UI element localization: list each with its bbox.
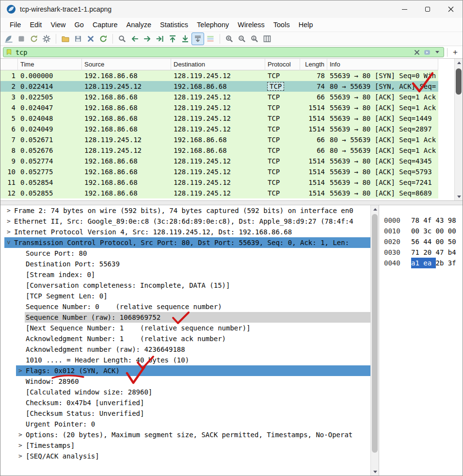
zoom-in-icon[interactable] (223, 33, 236, 45)
details-scrollbar[interactable] (370, 205, 379, 476)
packet-row-8[interactable]: 80.052676128.119.245.12192.168.86.68TCP6… (0, 145, 438, 156)
detail-row-3[interactable]: >Internet Protocol Version 4, Src: 128.1… (0, 227, 370, 237)
detail-row-1[interactable]: >Frame 2: 74 bytes on wire (592 bits), 7… (0, 205, 370, 216)
restart-capture-icon[interactable] (28, 33, 40, 45)
auto-scroll-icon[interactable] (192, 33, 204, 45)
filter-apply-icon[interactable] (423, 48, 431, 56)
detail-row-22[interactable]: >Options: (20 bytes), Maximum segment si… (0, 429, 370, 440)
start-capture-icon[interactable] (2, 33, 15, 45)
detail-row-14[interactable]: Acknowledgment number (raw): 4236649188 (0, 344, 370, 355)
menu-item-capture[interactable]: Capture (88, 19, 122, 30)
detail-row-6[interactable]: Destination Port: 55639 (0, 259, 370, 269)
packet-row-7[interactable]: 70.052671128.119.245.12192.168.86.68TCP6… (0, 134, 438, 145)
column-header-destination[interactable]: Destination (171, 59, 265, 70)
packet-row-6[interactable]: 60.024049192.168.86.68128.119.245.12TCP1… (0, 124, 438, 134)
filter-bookmark-icon[interactable] (5, 49, 13, 56)
menu-item-tools[interactable]: Tools (269, 19, 294, 30)
hex-row-0020[interactable]: 002056440050 (379, 236, 463, 247)
detail-row-9[interactable]: [TCP Segment Len: 0] (0, 291, 370, 301)
close-icon[interactable] (439, 0, 463, 18)
menu-item-statistics[interactable]: Statistics (156, 19, 192, 30)
packet-row-12[interactable]: 120.052855192.168.86.68128.119.245.12TCP… (0, 188, 438, 198)
expand-arrow-icon[interactable]: > (4, 227, 13, 237)
expand-arrow-icon[interactable]: > (16, 451, 25, 461)
colorize-icon[interactable] (204, 33, 217, 45)
filter-add-button[interactable]: + (450, 48, 460, 57)
go-forward-icon[interactable] (141, 33, 154, 45)
go-last-icon[interactable] (179, 33, 192, 45)
packet-list-scrollbar-thumb[interactable] (456, 68, 462, 95)
menu-item-wireless[interactable]: Wireless (233, 19, 269, 30)
packet-row-9[interactable]: 90.052774192.168.86.68128.119.245.12TCP1… (0, 156, 438, 166)
packet-row-3[interactable]: 30.022505192.168.86.68128.119.245.12TCP6… (0, 92, 438, 102)
column-header-time[interactable]: Time (18, 59, 82, 70)
packet-row-2[interactable]: 20.022414128.119.245.12192.168.86.68TCP7… (0, 81, 438, 92)
find-packet-icon[interactable] (116, 33, 128, 45)
detail-row-23[interactable]: >[Timestamps] (0, 440, 370, 451)
detail-row-4[interactable]: >Transmission Control Protocol, Src Port… (0, 237, 370, 248)
column-header-length[interactable]: Length (300, 59, 327, 70)
menu-item-help[interactable]: Help (294, 19, 318, 30)
close-file-icon[interactable] (84, 33, 97, 45)
packet-row-11[interactable]: 110.052854192.168.86.68128.119.245.12TCP… (0, 177, 438, 188)
collapse-arrow-icon[interactable]: > (4, 238, 14, 247)
detail-row-19[interactable]: Checksum: 0x47b4 [unverified] (0, 397, 370, 408)
expand-arrow-icon[interactable]: > (16, 429, 25, 440)
column-header-no[interactable] (0, 59, 18, 70)
filter-text[interactable]: tcp (16, 49, 411, 56)
detail-row-12[interactable]: [Next Sequence Number: 1 (relative seque… (0, 323, 370, 333)
scroll-up-icon[interactable] (455, 59, 463, 66)
detail-row-18[interactable]: [Calculated window size: 28960] (0, 387, 370, 397)
expand-arrow-icon[interactable]: > (4, 205, 13, 216)
expand-arrow-icon[interactable]: > (4, 216, 13, 227)
pane-splitter[interactable] (0, 200, 463, 205)
details-scrollbar-thumb[interactable] (372, 214, 378, 453)
go-first-icon[interactable] (166, 33, 179, 45)
details-scroll-down-icon[interactable] (371, 468, 379, 476)
packet-row-4[interactable]: 40.024047192.168.86.68128.119.245.12TCP1… (0, 102, 438, 113)
maximize-icon[interactable] (416, 0, 439, 18)
go-to-packet-icon[interactable] (154, 33, 166, 45)
menu-item-view[interactable]: View (46, 19, 70, 30)
resize-columns-icon[interactable] (261, 33, 273, 45)
menu-item-telephony[interactable]: Telephony (192, 19, 233, 30)
open-file-icon[interactable] (59, 33, 72, 45)
zoom-reset-icon[interactable] (248, 33, 261, 45)
packet-list-scrollbar[interactable] (454, 59, 463, 200)
menu-item-analyze[interactable]: Analyze (122, 19, 156, 30)
hex-row-0040[interactable]: 0040a1ea2b3f (379, 258, 463, 268)
go-back-icon[interactable] (128, 33, 141, 45)
detail-row-7[interactable]: [Stream index: 0] (0, 269, 370, 280)
filter-clear-icon[interactable] (413, 48, 421, 56)
hex-row-0010[interactable]: 0010003c0000 (379, 226, 463, 236)
column-header-info[interactable]: Info (327, 59, 438, 70)
detail-row-8[interactable]: [Conversation completeness: Incomplete, … (0, 280, 370, 291)
display-filter-input[interactable]: tcp (3, 47, 444, 57)
detail-row-11[interactable]: Sequence Number (raw): 1068969752 (0, 312, 370, 323)
hex-row-0000[interactable]: 0000784f4398 (379, 215, 463, 226)
reload-file-icon[interactable] (97, 33, 110, 45)
detail-row-5[interactable]: Source Port: 80 (0, 248, 370, 259)
minimize-icon[interactable] (393, 0, 416, 18)
detail-row-24[interactable]: >[SEQ/ACK analysis] (0, 451, 370, 461)
menu-item-edit[interactable]: Edit (25, 19, 46, 30)
menu-item-file[interactable]: File (5, 19, 25, 30)
menu-item-go[interactable]: Go (70, 19, 88, 30)
packet-row-5[interactable]: 50.024048192.168.86.68128.119.245.12TCP1… (0, 113, 438, 124)
save-file-icon[interactable] (72, 33, 84, 45)
detail-row-17[interactable]: Window: 28960 (0, 376, 370, 387)
column-header-protocol[interactable]: Protocol (265, 59, 300, 70)
detail-row-21[interactable]: Urgent Pointer: 0 (0, 419, 370, 429)
detail-row-16[interactable]: >Flags: 0x012 (SYN, ACK) (0, 365, 370, 376)
column-header-source[interactable]: Source (82, 59, 171, 70)
stop-capture-icon[interactable] (15, 33, 28, 45)
expand-arrow-icon[interactable]: > (16, 440, 25, 451)
detail-row-13[interactable]: Acknowledgment Number: 1 (relative ack n… (0, 333, 370, 344)
detail-row-20[interactable]: [Checksum Status: Unverified] (0, 408, 370, 419)
detail-row-2[interactable]: >Ethernet II, Src: Google_89:0e:c8 (3c:2… (0, 216, 370, 227)
expand-arrow-icon[interactable]: > (16, 365, 25, 376)
packet-row-1[interactable]: 10.000000192.168.86.68128.119.245.12TCP7… (0, 70, 438, 81)
detail-row-15[interactable]: 1010 .... = Header Length: 40 bytes (10) (0, 355, 370, 365)
zoom-out-icon[interactable] (236, 33, 248, 45)
hex-row-0030[interactable]: 0030712047b4 (379, 247, 463, 258)
